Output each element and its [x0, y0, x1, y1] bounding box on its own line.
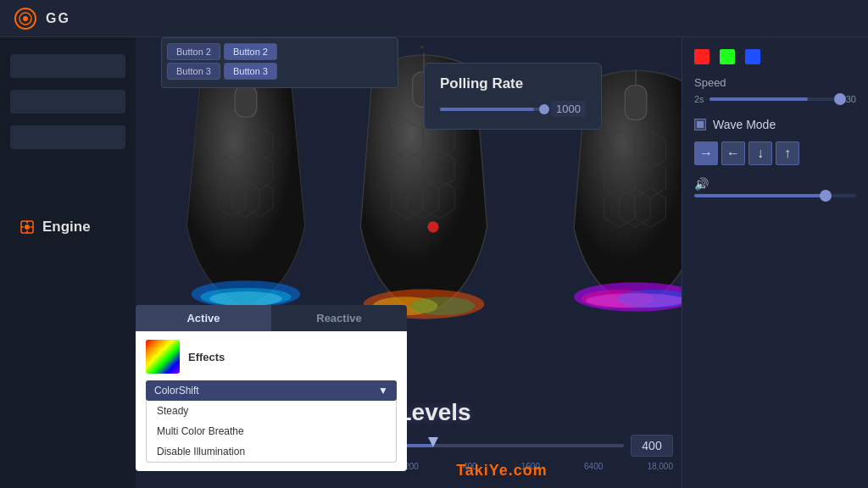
watermark: TakiYe.com: [456, 462, 548, 480]
swatch-green[interactable]: [720, 49, 735, 64]
button-left-1[interactable]: Button 2: [167, 43, 220, 60]
steelseries-logo: [14, 7, 37, 30]
polling-slider-fill: [440, 108, 534, 111]
dir-btn-up[interactable]: ↑: [776, 141, 799, 165]
wave-mode-row: Wave Mode: [694, 118, 856, 131]
speed-section: Speed 2s 30: [694, 76, 856, 104]
sidebar-item-3[interactable]: [10, 125, 125, 149]
svg-point-4: [25, 225, 30, 230]
header-bar: GG: [0, 0, 868, 37]
effects-panel: Effects ColorShift ▼ Steady Multi Color …: [136, 331, 407, 471]
polling-slider-track[interactable]: [440, 108, 544, 111]
dropdown-item-disable[interactable]: Disable Illumination: [147, 441, 396, 462]
watermark-brand: TakiYe: [456, 462, 509, 479]
dir-btn-right[interactable]: →: [694, 141, 718, 165]
colorshift-selected: ColorShift: [154, 385, 199, 396]
dropdown-arrow: ▼: [378, 385, 388, 396]
bottom-slider-track[interactable]: [694, 194, 856, 197]
speed-label: Speed: [694, 76, 856, 89]
dropdown-item-multicolor[interactable]: Multi Color Breathe: [147, 421, 396, 441]
sound-icon: 🔊: [694, 177, 856, 191]
svg-point-19: [410, 297, 476, 315]
cpi-label-4: 6400: [584, 462, 603, 471]
button-mapping-panel: Button 2 Button 2 Button 3 Button 3: [161, 37, 398, 88]
sidebar-item-2[interactable]: [10, 90, 125, 114]
tab-bar: Active Reactive: [136, 305, 407, 331]
svg-point-25: [586, 293, 686, 308]
speed-slider[interactable]: [709, 97, 841, 101]
polling-value: 1000: [551, 101, 586, 117]
sidebar: Engine: [0, 37, 136, 488]
svg-point-2: [23, 16, 28, 21]
sidebar-item-1[interactable]: [10, 54, 125, 78]
cpi-label-5: 18,000: [647, 462, 673, 471]
dropdown-menu: Steady Multi Color Breathe Disable Illum…: [146, 401, 397, 463]
speed-thumb[interactable]: [834, 93, 846, 105]
svg-rect-10: [235, 86, 257, 117]
speed-min: 2s: [694, 94, 704, 104]
speed-fill: [709, 97, 808, 101]
wave-mode-label: Wave Mode: [713, 118, 776, 131]
swatch-blue[interactable]: [745, 49, 760, 64]
effects-color-swatch: [146, 340, 180, 374]
bottom-slider-thumb[interactable]: [820, 190, 832, 202]
effects-label: Effects: [188, 351, 225, 363]
svg-point-13: [209, 291, 282, 306]
main-area: Button 2 Button 2 Button 3 Button 3: [136, 37, 868, 488]
engine-icon: [19, 219, 36, 236]
wave-checkbox-inner: [697, 121, 704, 128]
swatch-red[interactable]: [694, 49, 709, 64]
tab-active[interactable]: Active: [136, 305, 271, 331]
watermark-tld: .com: [509, 462, 548, 479]
mouse-left: [161, 63, 331, 317]
right-panel: Speed 2s 30 Wave Mode → ← ↓ ↑: [682, 37, 868, 488]
svg-rect-21: [625, 86, 647, 120]
bottom-slider-fill: [694, 194, 824, 197]
direction-buttons: → ← ↓ ↑: [694, 141, 856, 165]
button-right-1[interactable]: Button 2: [224, 43, 277, 60]
wave-mode-checkbox[interactable]: [694, 119, 706, 130]
polling-slider-thumb[interactable]: [539, 104, 549, 114]
tab-reactive[interactable]: Reactive: [271, 305, 407, 331]
svg-point-14: [427, 221, 438, 232]
bottom-left-panel: Active Reactive Effects ColorShift ▼ Ste…: [136, 305, 407, 471]
sidebar-engine[interactable]: Engine: [10, 212, 125, 242]
cpi-value: 400: [631, 435, 673, 457]
button-left-2[interactable]: Button 3: [167, 63, 220, 80]
dropdown-item-steady[interactable]: Steady: [147, 401, 396, 421]
dir-btn-down[interactable]: ↓: [748, 141, 772, 165]
engine-label: Engine: [42, 219, 91, 236]
polling-panel: Polling Rate 1000: [424, 63, 602, 130]
color-swatches: [694, 46, 856, 64]
header-title: GG: [46, 11, 70, 26]
dir-btn-left[interactable]: ←: [721, 141, 745, 165]
colorshift-dropdown[interactable]: ColorShift ▼: [146, 380, 397, 401]
button-right-2[interactable]: Button 3: [224, 63, 277, 80]
speed-max: 30: [846, 94, 856, 104]
bottom-slider-section: 🔊: [694, 177, 856, 197]
cpi-thumb[interactable]: [428, 437, 438, 447]
polling-title: Polling Rate: [440, 75, 586, 92]
